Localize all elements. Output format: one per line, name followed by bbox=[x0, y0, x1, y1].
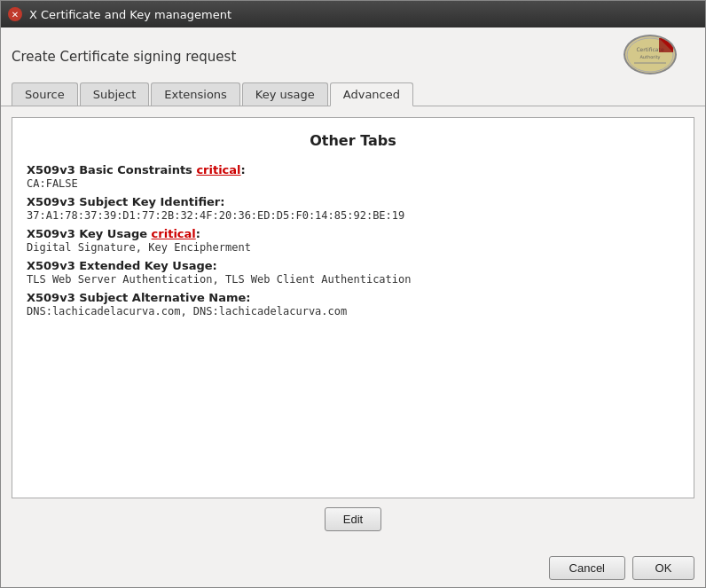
close-button[interactable]: ✕ bbox=[8, 7, 22, 21]
tab-advanced[interactable]: Advanced bbox=[330, 82, 413, 106]
panel-title: Other Tabs bbox=[27, 132, 679, 149]
bottom-bar: Cancel OK bbox=[1, 549, 705, 587]
tab-source[interactable]: Source bbox=[12, 82, 78, 106]
titlebar: ✕ X Certificate and Key management bbox=[1, 1, 705, 27]
window-header: Create Certificate signing request Certi… bbox=[1, 27, 705, 82]
cert-colon-ku: : bbox=[196, 227, 200, 240]
cert-colon-basic: : bbox=[241, 163, 246, 176]
edit-button-bar: Edit bbox=[12, 498, 694, 538]
cert-critical-ku: critical bbox=[152, 227, 196, 240]
logo: Certificate Authority bbox=[624, 35, 694, 79]
cert-section-ski: X509v3 Subject Key Identifier: 37:A1:78:… bbox=[27, 195, 679, 222]
cert-section-san: X509v3 Subject Alternative Name: DNS:lac… bbox=[27, 291, 679, 318]
tab-extensions[interactable]: Extensions bbox=[151, 82, 240, 106]
cert-label-san: X509v3 Subject Alternative Name: bbox=[27, 291, 251, 304]
edit-button[interactable]: Edit bbox=[325, 507, 381, 531]
cert-section-eku: X509v3 Extended Key Usage: TLS Web Serve… bbox=[27, 259, 679, 286]
main-panel: Other Tabs X509v3 Basic Constraints crit… bbox=[12, 117, 694, 498]
cert-label-basic: X509v3 Basic Constraints bbox=[27, 163, 196, 176]
cancel-button[interactable]: Cancel bbox=[549, 556, 625, 580]
cert-value-basic: CA:FALSE bbox=[27, 177, 78, 190]
tab-subject[interactable]: Subject bbox=[80, 82, 150, 106]
logo-image: Certificate Authority bbox=[624, 35, 677, 74]
cert-value-san: DNS:lachicadelacurva.com, DNS:lachicadel… bbox=[27, 305, 347, 318]
cert-section-ku: X509v3 Key Usage critical: Digital Signa… bbox=[27, 227, 679, 254]
dialog-title: Create Certificate signing request bbox=[12, 49, 236, 65]
cert-section-basic-constraints: X509v3 Basic Constraints critical: CA:FA… bbox=[27, 163, 679, 190]
cert-label-eku: X509v3 Extended Key Usage: bbox=[27, 259, 217, 272]
cert-label-ku: X509v3 Key Usage bbox=[27, 227, 152, 240]
cert-value-eku: TLS Web Server Authentication, TLS Web C… bbox=[27, 273, 411, 286]
tabs-bar: Source Subject Extensions Key usage Adva… bbox=[1, 82, 705, 106]
cert-critical-basic: critical bbox=[196, 163, 240, 176]
main-window: ✕ X Certificate and Key management Creat… bbox=[0, 0, 706, 588]
cert-label-ski: X509v3 Subject Key Identifier: bbox=[27, 195, 224, 208]
cert-value-ski: 37:A1:78:37:39:D1:77:2B:32:4F:20:36:ED:D… bbox=[27, 209, 404, 222]
titlebar-title: X Certificate and Key management bbox=[29, 8, 231, 21]
cert-value-ku: Digital Signature, Key Encipherment bbox=[27, 241, 251, 254]
svg-text:Authority: Authority bbox=[639, 54, 660, 60]
ok-button[interactable]: OK bbox=[632, 556, 694, 580]
content-area: Other Tabs X509v3 Basic Constraints crit… bbox=[1, 106, 705, 549]
tab-key-usage[interactable]: Key usage bbox=[242, 82, 328, 106]
